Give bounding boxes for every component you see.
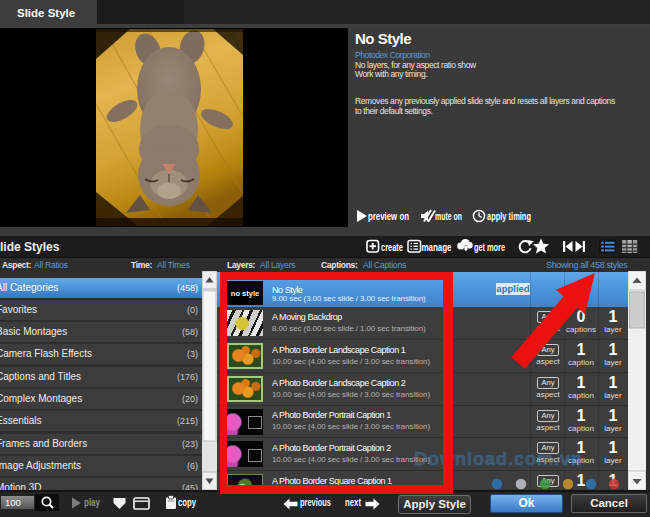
svg-text:next: next (345, 497, 362, 508)
svg-text:preview on: preview on (368, 211, 409, 222)
svg-text:get more: get more (474, 242, 505, 253)
svg-text:copy: copy (178, 497, 196, 508)
svg-text:mute on: mute on (435, 211, 462, 222)
svg-text:play: play (84, 497, 100, 508)
svg-text:previous: previous (300, 497, 331, 508)
svg-text:manage: manage (422, 242, 452, 253)
svg-text:create: create (381, 242, 403, 253)
svg-text:apply timing: apply timing (487, 211, 531, 222)
